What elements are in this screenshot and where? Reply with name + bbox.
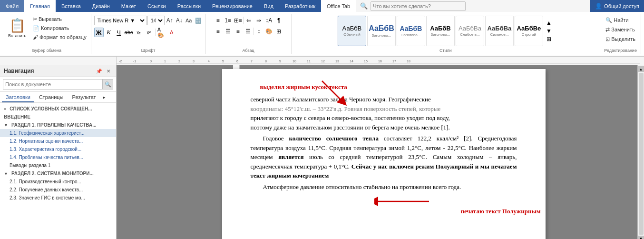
tab-office-tab[interactable]: Office Tab: [321, 0, 356, 12]
nav-search-input[interactable]: [3, 81, 102, 87]
paste-button[interactable]: 📋 Вставить: [5, 14, 29, 41]
numbering-button[interactable]: 1≡: [223, 16, 233, 25]
strikethrough-button[interactable]: abc: [124, 28, 134, 37]
tab-file[interactable]: Файл: [0, 0, 24, 12]
align-center[interactable]: ☰: [223, 27, 233, 36]
find-button[interactable]: 🔍 Найти: [603, 16, 638, 24]
show-formatting[interactable]: ¶: [274, 16, 283, 25]
align-justify[interactable]: ☰: [243, 27, 253, 36]
multilevel-button[interactable]: ⊞≡: [233, 16, 243, 25]
svg-text:16: 16: [378, 60, 382, 63]
styles-down[interactable]: ▼: [544, 27, 554, 35]
svg-text:17: 17: [392, 60, 396, 63]
svg-text:12: 12: [321, 60, 325, 63]
style-normal[interactable]: АаБбВ Обычный: [338, 16, 366, 46]
font-size-decrease[interactable]: A↓: [175, 16, 184, 25]
sort-button[interactable]: ↕A: [264, 16, 273, 25]
svg-text:6: 6: [236, 60, 238, 63]
arrow1: [317, 79, 355, 110]
bold-button[interactable]: Ж: [94, 28, 104, 37]
nav-item-1-4[interactable]: 1.4. Проблемы качества питьев...: [0, 153, 116, 161]
share-button[interactable]: 👤 Общий доступ: [590, 0, 644, 12]
nav-item-shortcuts[interactable]: ≡ СПИСОК УСЛОВНЫХ СОКРАЩЕН...: [0, 105, 116, 113]
style-heading1[interactable]: АаБбВ Заголово...: [367, 16, 396, 46]
font-family-select[interactable]: Times New R ▼: [94, 16, 146, 25]
what-input[interactable]: [371, 1, 466, 11]
font-size-select[interactable]: 14: [147, 16, 165, 25]
nav-item-1-3[interactable]: 1.3. Характеристика городской...: [0, 145, 116, 153]
tab-home[interactable]: Главная: [24, 0, 56, 12]
font-color-button[interactable]: A: [167, 28, 176, 37]
tab-refs[interactable]: Ссылки: [142, 0, 172, 12]
nav-header: Навигация 📌 ✕: [0, 65, 116, 77]
clear-format-button[interactable]: Aa: [185, 16, 193, 25]
nav-item-section1[interactable]: ▼ РАЗДЕЛ 1. ПРОБЛЕМЫ КАЧЕСТВА...: [0, 121, 116, 129]
replace-button[interactable]: ⇄ Заменить: [603, 25, 638, 34]
nav-item-2-1[interactable]: 2.1. Производственный контро...: [0, 178, 116, 186]
svg-text:-1: -1: [133, 60, 136, 63]
nav-item-intro[interactable]: ВВЕДЕНИЕ: [0, 113, 116, 121]
superscript-button[interactable]: x²: [144, 28, 154, 37]
tab-mail[interactable]: Рассылки: [172, 0, 206, 12]
doc-para-1: северной части Каламитского залива Черно…: [251, 95, 517, 104]
style-heading2[interactable]: АаБбВ Заголово...: [397, 16, 425, 46]
nav-item-2-2[interactable]: 2.2. Получение данных качеств...: [0, 186, 116, 194]
tab-design[interactable]: Дизайн: [87, 0, 116, 12]
svg-text:-2: -2: [119, 60, 122, 63]
styles-expand[interactable]: ⊞: [544, 35, 554, 43]
nav-tab-more[interactable]: ▸: [101, 93, 107, 102]
bullets-button[interactable]: ≡: [213, 16, 223, 25]
subscript-button[interactable]: x₂: [134, 28, 144, 37]
tab-insert[interactable]: Вставка: [56, 0, 87, 12]
shading-button[interactable]: 🎨: [264, 27, 273, 36]
tab-review[interactable]: Рецензирование: [206, 0, 258, 12]
style-strict[interactable]: АаБбВе Строгий: [515, 16, 543, 46]
italic-button[interactable]: К: [104, 28, 114, 37]
nav-tab-headings[interactable]: Заголовки: [2, 93, 34, 102]
highlight-button[interactable]: A🎨: [157, 28, 166, 37]
svg-text:3: 3: [193, 60, 195, 63]
scroll-down[interactable]: ▼: [638, 236, 644, 239]
align-left[interactable]: ≡: [213, 27, 223, 36]
nav-item-section2[interactable]: ▼ РАЗДЕЛ 2. СИСТЕМА МОНИТОРИ...: [0, 169, 116, 178]
svg-text:9: 9: [279, 60, 281, 63]
font-size-increase[interactable]: A↑: [166, 16, 174, 25]
line-spacing[interactable]: ↕: [254, 27, 263, 36]
case-button[interactable]: 🔡: [194, 16, 203, 25]
styles-up[interactable]: ▲: [544, 19, 554, 27]
copy-button[interactable]: 📄 Копировать: [30, 24, 89, 32]
nav-tab-results[interactable]: Результат: [68, 93, 100, 102]
what-bar: 🔍: [356, 0, 590, 12]
navigation-pane: Навигация 📌 ✕ 🔍 Заголовки Страницы Резул…: [0, 65, 117, 239]
style-strong[interactable]: АаБбВа Сильное...: [485, 16, 514, 46]
decrease-indent[interactable]: ⇐: [244, 16, 254, 25]
tab-dev[interactable]: Разработчик: [279, 0, 321, 12]
style-heading3[interactable]: АаБбВ Заголово...: [426, 16, 455, 46]
font-group: Times New R ▼ 14 A↑ A↓ Aa 🔡 Ж К Ч abc x₂: [91, 14, 206, 54]
svg-text:1: 1: [164, 60, 166, 63]
annotation-polujirnym: печатаю текст Полужирным: [460, 207, 540, 216]
select-button[interactable]: ⊡ Выделить: [603, 35, 638, 43]
nav-item-2-3[interactable]: 2.3. Значение ГИС в системе мо...: [0, 194, 116, 202]
scroll-thumb[interactable]: [639, 73, 644, 235]
tab-layout[interactable]: Макет: [116, 0, 142, 12]
underline-button[interactable]: Ч: [114, 28, 124, 37]
tab-view[interactable]: Вид: [258, 0, 279, 12]
border-button[interactable]: ⊞: [274, 27, 283, 36]
style-weak[interactable]: АаБбВа Слабое в...: [456, 16, 484, 46]
scroll-up[interactable]: ▲: [638, 66, 644, 72]
align-right[interactable]: ≡: [233, 27, 243, 36]
nav-tab-pages[interactable]: Страницы: [35, 93, 68, 102]
nav-item-1-1[interactable]: 1.1. Геофизическая характерист...: [0, 129, 116, 137]
cut-button[interactable]: ✂ Вырезать: [30, 15, 89, 23]
nav-item-conclusion1[interactable]: Выводы раздела 1: [0, 161, 116, 169]
vertical-scrollbar[interactable]: ▲ ▼: [637, 65, 644, 239]
increase-indent[interactable]: ⇒: [254, 16, 263, 25]
nav-search-button[interactable]: 🔍: [102, 80, 113, 89]
format-painter-button[interactable]: 🖌 Формат по образцу: [30, 33, 89, 41]
nav-close-button[interactable]: ✕: [105, 67, 112, 75]
nav-item-1-2[interactable]: 1.2. Нормативы оценки качеств...: [0, 137, 116, 145]
nav-pin-button[interactable]: 📌: [95, 67, 103, 75]
doc-para-4: Годовое количество солнечного тепла сост…: [251, 134, 517, 180]
nav-title: Навигация: [4, 68, 34, 74]
